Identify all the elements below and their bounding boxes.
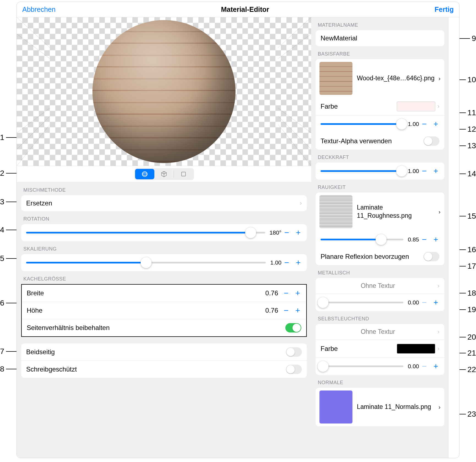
shape-sphere-button[interactable] bbox=[135, 169, 154, 179]
chevron-right-icon: › bbox=[439, 404, 441, 410]
emissive-plus-button[interactable]: + bbox=[432, 362, 439, 371]
mixmethod-label: MISCHMETHODE bbox=[17, 182, 311, 195]
callout-num: 23 bbox=[467, 410, 476, 419]
readonly-row: Schreibgeschützt bbox=[21, 361, 307, 378]
preview-viewport[interactable] bbox=[17, 17, 311, 166]
metallic-plus-button[interactable]: + bbox=[432, 298, 439, 307]
double-sided-row: Beidseitig bbox=[21, 343, 307, 361]
metallic-slider[interactable] bbox=[321, 302, 403, 303]
roughness-label: RAUIGKEIT bbox=[311, 180, 449, 193]
metallic-value: 0.00 bbox=[408, 299, 419, 306]
metallic-texture-row[interactable]: Ohne Textur › bbox=[316, 278, 444, 294]
metallic-label: METALLISCH bbox=[311, 265, 449, 278]
tile-width-minus-button[interactable]: − bbox=[283, 288, 290, 298]
basecolor-intensity-value: 1.00 bbox=[408, 121, 419, 127]
basecolor-texture-row[interactable]: Wood-tex_{48e…646c}.png › bbox=[316, 59, 444, 98]
roughness-texture-name: Laminate 11_Roughness.png bbox=[357, 204, 439, 220]
emissive-slider[interactable] bbox=[321, 365, 403, 367]
opacity-slider[interactable] bbox=[321, 170, 403, 172]
emissive-minus-button[interactable]: − bbox=[421, 362, 428, 371]
cancel-button[interactable]: Abbrechen bbox=[22, 6, 56, 13]
callout-num: 18 bbox=[467, 289, 476, 298]
chevron-right-icon: › bbox=[437, 345, 439, 352]
callout-num: 13 bbox=[467, 141, 476, 150]
materialname-field[interactable]: NewMaterial bbox=[316, 30, 444, 46]
callout-num: 19 bbox=[467, 305, 476, 314]
tile-height-plus-button[interactable]: + bbox=[294, 306, 301, 315]
scale-slider[interactable] bbox=[26, 262, 266, 263]
tile-width-plus-button[interactable]: + bbox=[294, 288, 301, 298]
basecolor-texture-name: Wood-tex_{48e…646c}.png bbox=[357, 74, 439, 82]
planar-reflection-toggle[interactable] bbox=[423, 252, 439, 261]
opacity-minus-button[interactable]: − bbox=[421, 166, 428, 176]
shape-plane-button[interactable] bbox=[174, 169, 193, 179]
readonly-toggle[interactable] bbox=[286, 365, 302, 374]
tile-width-row: Breite 0.76 − + bbox=[22, 285, 306, 302]
emissive-texture-row[interactable]: Ohne Textur › bbox=[316, 324, 444, 340]
material-editor-modal: Abbrechen Material-Editor Fertig bbox=[17, 2, 459, 458]
roughness-value: 0.85 bbox=[408, 236, 419, 243]
materialname-value: NewMaterial bbox=[321, 34, 439, 42]
roughness-slider[interactable] bbox=[321, 239, 403, 240]
rotation-plus-button[interactable]: + bbox=[295, 228, 302, 237]
basecolor-intensity-slider[interactable] bbox=[321, 123, 403, 125]
cube-icon bbox=[161, 171, 167, 177]
rotation-slider[interactable] bbox=[26, 232, 265, 233]
chevron-right-icon: › bbox=[439, 208, 441, 215]
materialname-label: MATERIALNAME bbox=[311, 17, 449, 30]
aspect-lock-toggle[interactable] bbox=[285, 323, 301, 332]
basecolor-swatch[interactable] bbox=[397, 101, 435, 111]
roughness-texture-row[interactable]: Laminate 11_Roughness.png › bbox=[316, 193, 444, 231]
callout-num: 10 bbox=[467, 75, 476, 84]
emissive-color-row[interactable]: Farbe › bbox=[316, 340, 444, 358]
chevron-right-icon: › bbox=[437, 282, 439, 290]
chevron-right-icon: › bbox=[437, 328, 439, 336]
emissive-notexture: Ohne Textur bbox=[321, 328, 435, 336]
planar-reflection-row: Planare Reflexion bevorzugen bbox=[316, 248, 444, 265]
callout-num: 9 bbox=[472, 34, 476, 43]
mixmethod-value: Ersetzen bbox=[26, 199, 298, 207]
tile-width-label: Breite bbox=[27, 289, 265, 297]
double-sided-toggle[interactable] bbox=[286, 347, 302, 357]
basecolor-minus-button[interactable]: − bbox=[421, 119, 428, 129]
rotation-label: ROTATION bbox=[17, 211, 311, 224]
texture-alpha-row: Textur-Alpha verwenden bbox=[316, 133, 444, 150]
svg-rect-12 bbox=[181, 172, 185, 176]
aspect-lock-label: Seitenverhältnis beibehalten bbox=[27, 324, 285, 332]
callout-num: 3 bbox=[0, 197, 4, 206]
done-button[interactable]: Fertig bbox=[435, 6, 454, 13]
callout-num: 22 bbox=[467, 365, 476, 374]
preview-shape-toolbar bbox=[17, 166, 311, 182]
callout-num: 7 bbox=[0, 347, 4, 356]
aspect-lock-row: Seitenverhältnis beibehalten bbox=[22, 319, 306, 336]
scale-label: SKALIERUNG bbox=[17, 241, 311, 254]
basecolor-color-label: Farbe bbox=[321, 103, 397, 110]
emissive-label: SELBSTLEUCHTEND bbox=[311, 311, 449, 324]
normal-texture-thumb bbox=[319, 391, 352, 424]
callout-num: 6 bbox=[0, 299, 4, 307]
roughness-plus-button[interactable]: + bbox=[432, 235, 439, 244]
texture-alpha-label: Textur-Alpha verwenden bbox=[321, 137, 423, 145]
basecolor-color-row[interactable]: Farbe › bbox=[316, 98, 444, 116]
normal-texture-row[interactable]: Laminate 11_Normals.png › bbox=[316, 388, 444, 426]
basecolor-plus-button[interactable]: + bbox=[432, 119, 439, 129]
opacity-label: DECKKRAFT bbox=[311, 150, 449, 163]
metallic-minus-button[interactable]: − bbox=[421, 298, 428, 307]
rotation-minus-button[interactable]: − bbox=[283, 228, 290, 237]
roughness-minus-button[interactable]: − bbox=[421, 235, 428, 244]
mixmethod-row[interactable]: Ersetzen › bbox=[21, 195, 307, 211]
roughness-texture-thumb bbox=[319, 195, 352, 228]
callout-num: 5 bbox=[0, 254, 4, 263]
scale-plus-button[interactable]: + bbox=[295, 258, 302, 267]
scale-minus-button[interactable]: − bbox=[283, 258, 290, 267]
texture-alpha-toggle[interactable] bbox=[423, 136, 439, 146]
shape-cube-button[interactable] bbox=[154, 169, 174, 179]
shape-segmented-control[interactable] bbox=[134, 168, 194, 180]
opacity-plus-button[interactable]: + bbox=[432, 166, 439, 176]
callout-num: 15 bbox=[467, 212, 476, 221]
callout-num: 8 bbox=[0, 365, 4, 373]
tile-height-value: 0.76 bbox=[265, 307, 278, 314]
callout-num: 12 bbox=[467, 125, 476, 134]
tile-height-minus-button[interactable]: − bbox=[283, 306, 290, 315]
emissive-swatch[interactable] bbox=[397, 344, 435, 354]
